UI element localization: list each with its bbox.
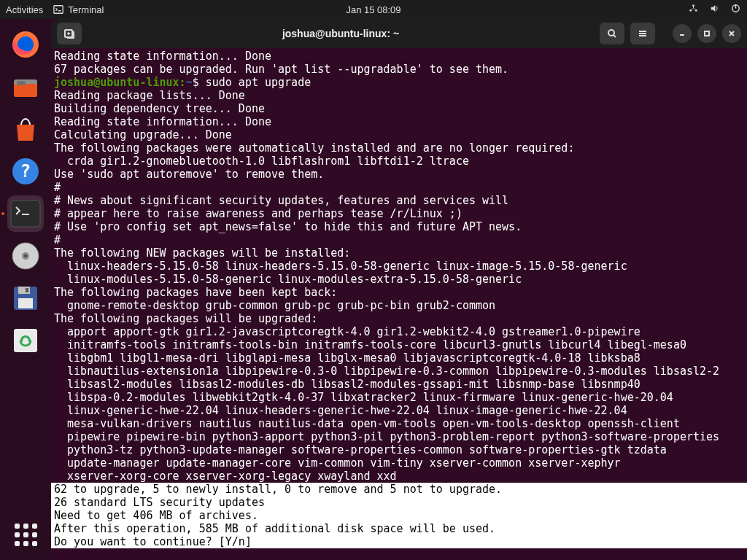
term-highlight-line: After this operation, 585 MB of addition… [51, 522, 747, 535]
term-line: Calculating upgrade... Done [54, 128, 232, 141]
term-line: # [54, 181, 61, 194]
show-applications-button[interactable] [7, 516, 44, 553]
svg-point-16 [24, 254, 27, 257]
clock[interactable]: Jan 15 08:09 [346, 4, 400, 15]
power-indicator[interactable] [730, 3, 741, 16]
prompt-user: joshua@ubuntu-linux [54, 76, 179, 89]
dock-disc[interactable] [7, 238, 44, 274]
term-line: libspa-0.2-modules libwebkit2gtk-4.0-37 … [54, 391, 673, 404]
terminal-app-icon [10, 200, 41, 228]
close-button[interactable] [722, 24, 741, 43]
term-line: linux-modules-5.15.0-58-generic linux-mo… [54, 273, 522, 286]
disc-icon [11, 241, 40, 271]
term-line: libgbm1 libgl1-mesa-dri libglapi-mesa li… [54, 351, 640, 365]
term-line: initramfs-tools initramfs-tools-bin init… [54, 338, 686, 351]
dock-trash[interactable] [7, 322, 44, 359]
term-highlight-line: 62 to upgrade, 5 to newly install, 0 to … [51, 483, 747, 496]
term-line: crda gir1.2-gnomebluetooth-1.0 libflashr… [54, 155, 469, 168]
hamburger-icon [637, 28, 649, 39]
term-line: Reading package lists... Done [54, 89, 245, 102]
term-line: The following packages will be upgraded: [54, 312, 317, 325]
term-line: # appear here to raise awareness and per… [54, 207, 462, 220]
term-highlight-line: 26 standard LTS security updates [51, 496, 747, 509]
activities-button[interactable]: Activities [6, 4, 43, 15]
term-line: # News about significant security update… [54, 194, 508, 207]
shopping-bag-icon [11, 114, 40, 144]
folder-icon [11, 72, 40, 101]
help-icon: ? [11, 157, 40, 186]
gnome-topbar: Activities Terminal Jan 15 08:09 [0, 0, 747, 19]
term-line: python3-tz python3-update-manager softwa… [54, 443, 667, 456]
term-line: pipewire pipewire-bin python3-apport pyt… [54, 430, 719, 443]
search-button[interactable] [600, 23, 624, 44]
firefox-icon [11, 30, 40, 59]
terminal-window: joshua@ubuntu-linux: ~ Reading state inf… [51, 19, 747, 560]
dock-files[interactable] [7, 69, 44, 105]
svg-text:?: ? [20, 161, 31, 182]
term-line: # Use 'pro config set apt_news=false' to… [54, 220, 522, 233]
term-line: The following packages have been kept ba… [54, 286, 337, 299]
current-app-indicator[interactable]: Terminal [53, 4, 104, 15]
term-line: Building dependency tree... Done [54, 102, 265, 115]
dock-software[interactable] [7, 111, 44, 147]
term-line: apport apport-gtk gir1.2-javascriptcoreg… [54, 325, 640, 338]
close-icon [728, 30, 735, 37]
minimize-button[interactable] [673, 24, 692, 43]
maximize-button[interactable] [697, 24, 716, 43]
term-line: Use 'sudo apt autoremove' to remove them… [54, 168, 324, 181]
term-line: libnautilus-extension1a libpipewire-0.3-… [54, 365, 719, 378]
term-line: # [54, 233, 61, 246]
term-line: linux-headers-5.15.0-58 linux-headers-5.… [54, 260, 627, 273]
term-line: mesa-vulkan-drivers nautilus nautilus-da… [54, 417, 680, 430]
svg-rect-19 [18, 298, 33, 308]
svg-rect-9 [17, 81, 26, 85]
svg-rect-27 [705, 31, 709, 36]
svg-rect-20 [26, 288, 28, 292]
term-line: libsasl2-modules libsasl2-modules-db lib… [54, 378, 640, 391]
network-indicator[interactable] [688, 3, 699, 16]
term-line: 67 packages can be upgraded. Run 'apt li… [54, 63, 508, 76]
ubuntu-dock: ? [0, 19, 51, 560]
prompt-command: sudo apt upgrade [206, 76, 311, 89]
term-line: The following packages were automaticall… [54, 141, 574, 155]
dock-help[interactable]: ? [7, 153, 44, 190]
term-line: Reading state information... Done [54, 50, 271, 63]
floppy-icon [11, 284, 40, 313]
term-highlight-line: Need to get 406 MB of archives. [51, 509, 747, 522]
new-tab-icon [63, 28, 75, 39]
term-line: gnome-remote-desktop grub-common grub-pc… [54, 299, 495, 312]
window-title: joshua@ubuntu-linux: ~ [88, 28, 594, 39]
minimize-icon [678, 30, 686, 37]
new-tab-button[interactable] [57, 23, 82, 44]
terminal-output[interactable]: Reading state information... Done 67 pac… [51, 48, 747, 560]
apps-grid-icon [15, 524, 37, 546]
titlebar: joshua@ubuntu-linux: ~ [51, 19, 747, 48]
svg-point-26 [608, 30, 614, 36]
menu-button[interactable] [630, 23, 655, 44]
maximize-icon [703, 30, 711, 37]
dock-save[interactable] [7, 280, 44, 316]
dock-firefox[interactable] [7, 26, 44, 63]
search-icon [606, 28, 618, 39]
svg-rect-24 [14, 329, 37, 352]
term-line: xserver-xorg-core xserver-xorg-legacy xw… [54, 470, 397, 483]
svg-rect-8 [14, 84, 37, 97]
prompt-path: ~ [186, 76, 193, 89]
terminal-icon [53, 4, 63, 15]
term-line: update-manager update-manager-core vim-c… [54, 456, 621, 470]
volume-indicator[interactable] [709, 3, 720, 16]
term-line: linux-generic-hwe-22.04 linux-headers-ge… [54, 404, 627, 417]
svg-rect-0 [54, 6, 63, 14]
current-app-label: Terminal [68, 4, 104, 15]
dock-terminal[interactable] [7, 195, 44, 232]
term-line: Reading state information... Done [54, 115, 271, 128]
term-line: The following NEW packages will be insta… [54, 246, 350, 260]
term-prompt-continue: Do you want to continue? [Y/n] [51, 535, 747, 548]
